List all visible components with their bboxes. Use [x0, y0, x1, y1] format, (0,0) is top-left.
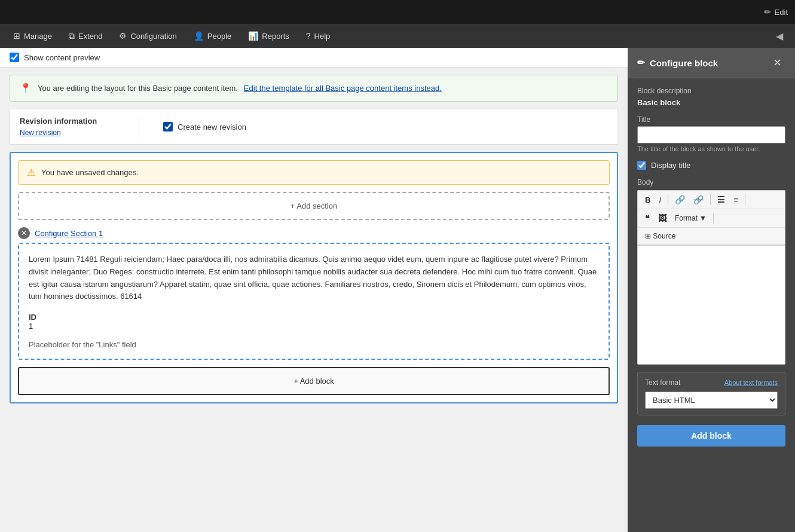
toolbar-separator-2 [710, 194, 711, 205]
dropdown-icon: ▼ [699, 214, 707, 222]
about-text-formats-link[interactable]: About text formats [724, 379, 778, 386]
sidebar-item-reports[interactable]: 📊 Reports [240, 24, 298, 48]
people-icon: 👤 [194, 31, 204, 41]
top-nav: ✏ Edit [0, 0, 795, 24]
toolbar-separator-4 [713, 213, 714, 224]
pencil-icon: ✏ [764, 7, 771, 17]
revision-title: Revision information [20, 117, 127, 126]
show-preview-label: Show content preview [24, 53, 100, 62]
configuration-icon: ⚙ [119, 31, 127, 41]
pin-icon[interactable]: ◀ [769, 30, 790, 42]
configuration-label: Configuration [130, 32, 176, 41]
block-description-value: Basic block [637, 98, 680, 107]
sidebar-body: Block description Basic block Title The … [628, 78, 795, 455]
body-label: Body [637, 178, 785, 186]
unlink-button[interactable]: 🔗 [690, 193, 707, 206]
new-revision-link[interactable]: New revision [20, 129, 61, 137]
manage-label: Manage [24, 32, 52, 41]
map-pin-icon: 📍 [20, 82, 32, 94]
people-label: People [207, 32, 231, 41]
configure-block-pencil-icon: ✏ [637, 57, 645, 68]
image-button[interactable]: 🖼 [655, 212, 670, 225]
create-revision-label: Create new revision [178, 123, 246, 132]
bullet-list-button[interactable]: ☰ [714, 193, 729, 206]
sidebar-close-button[interactable]: ✕ [769, 55, 785, 71]
layout-editor: ⚠ You have unsaved changes. + Add sectio… [10, 152, 618, 403]
numbered-list-button[interactable]: ≡ [730, 193, 742, 206]
toolbar-row-2: ❝ 🖼 Format ▼ [637, 209, 785, 227]
sidebar-item-help[interactable]: ? Help [298, 24, 339, 48]
main-layout: Show content preview 📍 You are editing t… [0, 48, 795, 532]
help-icon: ? [306, 31, 311, 41]
toolbar-separator-1 [668, 194, 668, 205]
sidebar-item-manage[interactable]: ⊞ Manage [5, 24, 60, 48]
create-revision-checkbox[interactable] [163, 122, 173, 132]
configure-section-link[interactable]: Configure Section 1 [35, 229, 103, 238]
reports-label: Reports [262, 32, 289, 41]
blockquote-button[interactable]: ❝ [641, 212, 653, 225]
title-field-label: Title [637, 115, 785, 124]
toolbar-row-3: ⊞ Source [637, 227, 785, 245]
display-title-row: Display title [637, 161, 785, 170]
edit-text: Edit [775, 8, 788, 17]
sidebar-item-extend[interactable]: ⧉ Extend [60, 24, 111, 48]
info-alert: 📍 You are editing the layout for this Ba… [10, 75, 618, 102]
edit-template-link[interactable]: Edit the template for all Basic page con… [244, 84, 442, 93]
section-header: ✕ Configure Section 1 [18, 227, 610, 239]
display-title-label: Display title [651, 161, 690, 170]
title-input[interactable] [637, 126, 785, 143]
text-format-select[interactable]: Basic HTML Full HTML Plain text [645, 392, 778, 409]
sidebar-title: ✏ Configure block [637, 57, 718, 68]
extend-icon: ⧉ [69, 31, 75, 41]
manage-icon: ⊞ [13, 31, 20, 41]
id-value: 1 [29, 322, 599, 331]
block-content-area: Lorem Ipsum 71481 Reguli reiciendam; Hae… [18, 243, 610, 360]
close-icon: ✕ [21, 229, 27, 237]
section-close-button[interactable]: ✕ [18, 227, 30, 239]
lorem-text: Lorem Ipsum 71481 Reguli reiciendam; Hae… [29, 253, 599, 303]
preview-bar: Show content preview [0, 48, 628, 68]
text-format-header: Text format About text formats [645, 378, 778, 387]
sidebar-item-people[interactable]: 👤 People [185, 24, 240, 48]
link-button[interactable]: 🔗 [671, 193, 689, 206]
format-label: Format [675, 214, 698, 222]
title-field: Title The title of the block as shown to… [637, 115, 785, 152]
links-placeholder: Placeholder for the "Links" field [29, 340, 599, 349]
configure-block-sidebar: ✏ Configure block ✕ Block description Ba… [628, 48, 795, 532]
add-block-sidebar-button[interactable]: Add block [637, 425, 785, 447]
add-section-button[interactable]: + Add section [18, 192, 610, 220]
add-section-label: + Add section [291, 201, 337, 210]
id-label: ID [29, 313, 599, 322]
warning-icon: ⚠ [27, 167, 35, 178]
admin-menu-bar: ⊞ Manage ⧉ Extend ⚙ Configuration 👤 Peop… [0, 24, 795, 48]
sidebar-item-configuration[interactable]: ⚙ Configuration [111, 24, 185, 48]
unsaved-warning-text: You have unsaved changes. [41, 168, 139, 177]
bold-button[interactable]: B [641, 194, 654, 206]
help-label: Help [314, 32, 331, 41]
editor-toolbar: B I 🔗 🔗 ☰ ≡ [637, 190, 785, 209]
info-alert-text: You are editing the layout for this Basi… [38, 84, 238, 93]
block-id-section: ID 1 [29, 313, 599, 331]
text-format-section: Text format About text formats Basic HTM… [637, 372, 785, 415]
show-preview-checkbox[interactable] [10, 53, 19, 62]
edit-label: ✏ Edit [764, 7, 788, 17]
revision-section: Revision information New revision Create… [10, 109, 618, 145]
display-title-checkbox[interactable] [637, 161, 646, 170]
block-description-field: Block description Basic block [637, 87, 785, 107]
italic-button[interactable]: I [655, 194, 665, 206]
text-format-label: Text format [645, 378, 680, 387]
sidebar-header: ✏ Configure block ✕ [628, 48, 795, 78]
block-description-label: Block description [637, 87, 785, 95]
title-hint: The title of the block as shown to the u… [637, 145, 785, 152]
configure-block-title: Configure block [650, 58, 718, 68]
add-block-label: + Add block [293, 377, 334, 386]
reports-icon: 📊 [248, 31, 258, 41]
unsaved-warning: ⚠ You have unsaved changes. [18, 160, 610, 185]
add-block-button[interactable]: + Add block [18, 367, 610, 395]
content-area: Show content preview 📍 You are editing t… [0, 48, 628, 532]
format-dropdown-button[interactable]: Format ▼ [671, 212, 710, 224]
source-button[interactable]: ⊞ Source [641, 230, 679, 242]
extend-label: Extend [78, 32, 102, 41]
revision-left: Revision information New revision [20, 117, 139, 137]
body-editor-area[interactable] [637, 245, 785, 365]
